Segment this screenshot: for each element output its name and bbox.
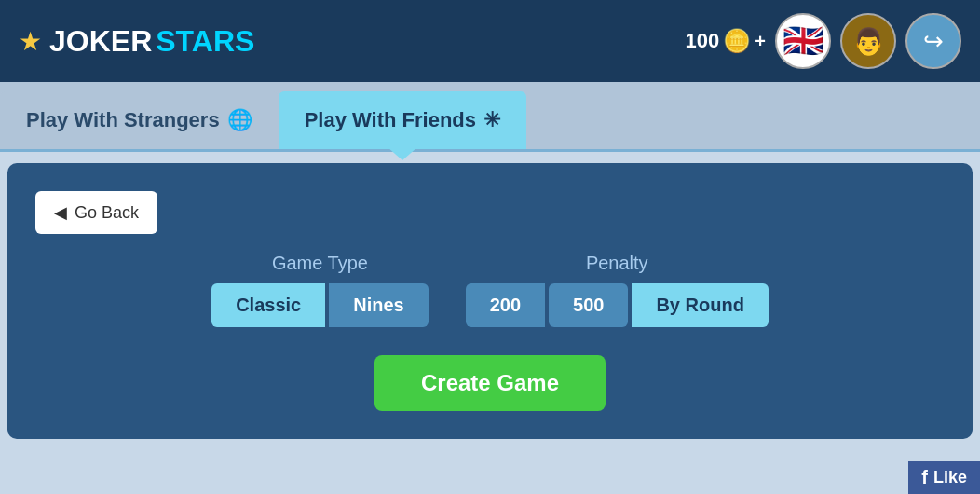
nines-button[interactable]: Nines xyxy=(329,283,428,327)
main-content: ◀ Go Back Game Type Classic Nines Penalt… xyxy=(7,163,973,439)
penalty-label: Penalty xyxy=(586,253,648,274)
tab-friends-label: Play With Friends xyxy=(305,108,476,132)
friends-star-icon: ✳ xyxy=(483,108,500,132)
avatar-emoji: 👨 xyxy=(852,26,885,57)
penalty-500-label: 500 xyxy=(573,295,604,315)
coins-display: 100 🪙 + xyxy=(686,28,766,54)
facebook-icon: f xyxy=(921,467,928,488)
flag-circle[interactable]: 🇬🇧 xyxy=(775,13,831,69)
game-type-buttons: Classic Nines xyxy=(211,283,429,327)
flag-emoji: 🇬🇧 xyxy=(783,21,824,61)
coins-amount: 100 xyxy=(686,29,720,53)
penalty-buttons: 200 500 By Round xyxy=(466,283,769,327)
globe-icon: 🌐 xyxy=(227,108,252,132)
go-back-button[interactable]: ◀ Go Back xyxy=(35,191,157,234)
tab-play-with-strangers[interactable]: Play With Strangers 🌐 xyxy=(0,91,279,149)
penalty-500-button[interactable]: 500 xyxy=(549,283,628,327)
logout-button[interactable]: ↪ xyxy=(905,13,961,69)
logo-star-icon: ★ xyxy=(19,26,42,57)
create-game-label: Create Game xyxy=(421,370,559,395)
tabs-container: Play With Strangers 🌐 Play With Friends … xyxy=(0,82,980,152)
game-options: Game Type Classic Nines Penalty 200 xyxy=(35,253,945,411)
penalty-200-label: 200 xyxy=(490,295,521,315)
penalty-by-round-button[interactable]: By Round xyxy=(632,283,768,327)
logo-stars-text: STARS xyxy=(156,24,254,59)
coin-icon: 🪙 xyxy=(723,28,751,54)
create-game-button[interactable]: Create Game xyxy=(374,355,606,411)
go-back-label: Go Back xyxy=(75,203,139,223)
nines-label: Nines xyxy=(353,295,403,315)
back-arrow-icon: ◀ xyxy=(54,202,67,223)
tab-strangers-label: Play With Strangers xyxy=(26,108,220,132)
option-row: Game Type Classic Nines Penalty 200 xyxy=(211,253,769,327)
plus-icon: + xyxy=(755,31,766,52)
penalty-200-button[interactable]: 200 xyxy=(466,283,545,327)
facebook-like-label: Like xyxy=(933,468,967,487)
game-type-group: Game Type Classic Nines xyxy=(211,253,429,327)
penalty-by-round-label: By Round xyxy=(656,295,743,315)
tab-play-with-friends[interactable]: Play With Friends ✳ xyxy=(279,91,526,149)
facebook-like-bar[interactable]: f Like xyxy=(908,461,980,494)
classic-label: Classic xyxy=(236,295,301,315)
header-right: 100 🪙 + 🇬🇧 👨 ↪ xyxy=(686,13,961,69)
avatar[interactable]: 👨 xyxy=(840,13,896,69)
logo-joker-text: JOKER xyxy=(49,24,152,59)
classic-button[interactable]: Classic xyxy=(211,283,325,327)
logo: ★ JOKER STARS xyxy=(19,24,254,59)
game-type-label: Game Type xyxy=(272,253,368,274)
header: ★ JOKER STARS 100 🪙 + 🇬🇧 👨 ↪ xyxy=(0,0,980,82)
logout-icon: ↪ xyxy=(923,27,944,56)
penalty-group: Penalty 200 500 By Round xyxy=(466,253,769,327)
